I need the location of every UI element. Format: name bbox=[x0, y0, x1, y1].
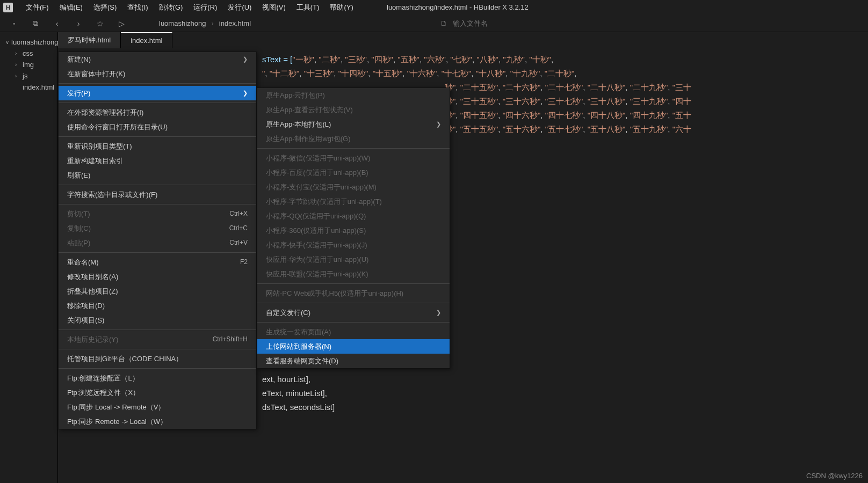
menu-entry-label: 新建(N) bbox=[67, 52, 91, 67]
menu-entry-label: 重新构建项目索引 bbox=[67, 153, 123, 168]
menu-item[interactable]: 文件(F) bbox=[20, 0, 54, 15]
menu-entry[interactable]: 托管项目到Git平台（CODE CHINA） bbox=[59, 352, 256, 366]
menu-entry[interactable]: 发行(P)❯ bbox=[59, 86, 256, 100]
menu-separator bbox=[257, 148, 450, 149]
menu-entry[interactable]: 原生App-本地打包(L)❯ bbox=[257, 117, 450, 131]
menu-entry[interactable]: 在外部资源管理器打开(I) bbox=[59, 105, 256, 120]
app-icon: H bbox=[3, 3, 13, 12]
menu-entry: 快应用-华为(仅适用于uni-app)(U) bbox=[257, 252, 450, 267]
menu-entry: 小程序-微信(仅适用于uni-app)(W) bbox=[257, 151, 450, 165]
menu-entry[interactable]: 自定义发行(C)❯ bbox=[257, 305, 450, 320]
menu-shortcut: Ctrl+Shift+H bbox=[213, 332, 248, 347]
back-icon[interactable]: ‹ bbox=[52, 18, 62, 29]
menu-entry[interactable]: 上传网站到服务器(N) bbox=[257, 339, 450, 354]
star-icon[interactable]: ☆ bbox=[95, 18, 105, 29]
menu-entry-label: 使用命令行窗口打开所在目录(U) bbox=[67, 120, 168, 134]
menu-entry-label: 小程序-快手(仅适用于uni-app)(J) bbox=[266, 238, 367, 252]
editor-tabs: 罗马时钟.htmlindex.html bbox=[58, 32, 868, 48]
menu-separator bbox=[257, 322, 450, 323]
menu-entry-label: 在新窗体中打开(K) bbox=[67, 67, 125, 81]
menu-entry[interactable]: Ftp:同步 Remote -> Local（W） bbox=[59, 414, 256, 429]
menu-shortcut: Ctrl+X bbox=[229, 207, 248, 221]
tree-item[interactable]: ›css bbox=[0, 48, 57, 59]
menu-separator bbox=[59, 136, 256, 137]
menu-entry[interactable]: 重命名(M)F2 bbox=[59, 255, 256, 269]
menu-item[interactable]: 帮助(Y) bbox=[324, 0, 358, 15]
breadcrumb-separator-icon: › bbox=[211, 19, 213, 27]
menu-entry-label: 快应用-联盟(仅适用于uni-app)(K) bbox=[266, 267, 368, 281]
menu-entry-label: 生成统一发布页面(A) bbox=[266, 325, 331, 339]
tree-item-label: css bbox=[23, 49, 33, 57]
menu-item[interactable]: 视图(V) bbox=[257, 0, 291, 15]
menu-entry[interactable]: 字符搜索(选中目录或文件)(F) bbox=[59, 187, 256, 202]
menu-entry-label: 重命名(M) bbox=[67, 255, 99, 269]
menu-entry[interactable]: 折叠其他项目(Z) bbox=[59, 284, 256, 298]
menu-entry-label: 原生App-云打包(P) bbox=[266, 88, 325, 103]
menu-entry-label: 托管项目到Git平台（CODE CHINA） bbox=[67, 352, 183, 366]
menu-entry[interactable]: 移除项目(D) bbox=[59, 298, 256, 313]
menu-shortcut: Ctrl+V bbox=[229, 236, 248, 250]
menu-entry-label: 本地历史记录(Y) bbox=[67, 332, 118, 347]
tree-root[interactable]: ∨ luomashizhong ▭ bbox=[0, 36, 57, 48]
menu-entry-label: 小程序-字节跳动(仅适用于uni-app)(T) bbox=[266, 194, 382, 209]
menu-entry: 快应用-联盟(仅适用于uni-app)(K) bbox=[257, 267, 450, 281]
menu-entry[interactable]: 关闭项目(S) bbox=[59, 313, 256, 327]
tree-item[interactable]: ›img bbox=[0, 59, 57, 70]
breadcrumb-file[interactable]: index.html bbox=[219, 19, 251, 27]
menu-item[interactable]: 跳转(G) bbox=[154, 0, 189, 15]
menu-entry[interactable]: 使用命令行窗口打开所在目录(U) bbox=[59, 120, 256, 134]
menu-item[interactable]: 选择(S) bbox=[88, 0, 122, 15]
menu-entry: 原生App-查看云打包状态(V) bbox=[257, 103, 450, 117]
tree-item-label: index.html bbox=[23, 83, 54, 91]
menu-separator bbox=[59, 349, 256, 349]
menu-item[interactable]: 发行(U) bbox=[222, 0, 257, 15]
watermark: CSDN @kwy1226 bbox=[806, 472, 863, 480]
menu-item[interactable]: 运行(R) bbox=[188, 0, 222, 15]
menu-item[interactable]: 编辑(E) bbox=[54, 0, 88, 15]
breadcrumb-project[interactable]: luomashizhong bbox=[159, 19, 206, 27]
tree-item[interactable]: index.html bbox=[0, 82, 57, 93]
editor-tab[interactable]: index.html bbox=[121, 32, 172, 48]
menu-item[interactable]: 工具(T) bbox=[291, 0, 325, 15]
menu-entry-label: 原生App-查看云打包状态(V) bbox=[266, 103, 353, 117]
menu-entry[interactable]: 重新构建项目索引 bbox=[59, 153, 256, 168]
tree-item-label: js bbox=[23, 72, 27, 80]
menu-entry-label: 发行(P) bbox=[67, 86, 90, 100]
save-icon[interactable]: ▫ bbox=[9, 18, 19, 29]
menu-entry-label: 查看服务端网页文件(D) bbox=[266, 354, 338, 368]
menu-entry[interactable]: 修改项目别名(A) bbox=[59, 269, 256, 284]
menu-entry[interactable]: 重新识别项目类型(T) bbox=[59, 139, 256, 153]
menu-entry: 生成统一发布页面(A) bbox=[257, 325, 450, 339]
menu-entry: 原生App-制作应用wgt包(G) bbox=[257, 131, 450, 146]
forward-icon[interactable]: › bbox=[73, 18, 84, 29]
run-icon[interactable]: ▷ bbox=[116, 18, 127, 29]
menu-entry[interactable]: 在新窗体中打开(K) bbox=[59, 67, 256, 81]
window-title: luomashizhong/index.html - HBuilder X 3.… bbox=[387, 0, 529, 15]
caret-right-icon: › bbox=[15, 73, 20, 79]
menu-entry[interactable]: Ftp:浏览远程文件（X） bbox=[59, 385, 256, 400]
chevron-right-icon: ❯ bbox=[243, 52, 248, 67]
menu-entry-label: 原生App-制作应用wgt包(G) bbox=[266, 131, 350, 146]
copy-icon[interactable]: ⧉ bbox=[30, 18, 41, 29]
menu-separator bbox=[257, 283, 450, 284]
menu-item[interactable]: 查找(I) bbox=[122, 0, 153, 15]
menu-shortcut: F2 bbox=[240, 255, 248, 269]
file-search[interactable]: 🗋 bbox=[440, 19, 543, 27]
menu-entry[interactable]: Ftp:创建连接配置（L） bbox=[59, 371, 256, 385]
tree-item[interactable]: ›js bbox=[0, 70, 57, 82]
caret-down-icon: ∨ bbox=[5, 39, 9, 45]
menu-entry: 原生App-云打包(P) bbox=[257, 88, 450, 103]
menu-entry[interactable]: Ftp:同步 Local -> Remote（V） bbox=[59, 400, 256, 414]
menu-entry[interactable]: 刷新(E) bbox=[59, 168, 256, 182]
menu-entry-label: 复制(C) bbox=[67, 221, 91, 236]
menu-entry-label: 重新识别项目类型(T) bbox=[67, 139, 132, 153]
menu-separator bbox=[59, 204, 256, 204]
caret-right-icon: › bbox=[15, 50, 20, 56]
menu-entry[interactable]: 查看服务端网页文件(D) bbox=[257, 354, 450, 368]
editor-tab[interactable]: 罗马时钟.html bbox=[58, 32, 121, 48]
menu-entry-label: 原生App-本地打包(L) bbox=[266, 117, 331, 131]
menu-entry: 本地历史记录(Y)Ctrl+Shift+H bbox=[59, 332, 256, 347]
search-input[interactable] bbox=[453, 19, 543, 27]
menu-entry[interactable]: 新建(N)❯ bbox=[59, 52, 256, 67]
menu-entry-label: Ftp:浏览远程文件（X） bbox=[67, 385, 140, 400]
